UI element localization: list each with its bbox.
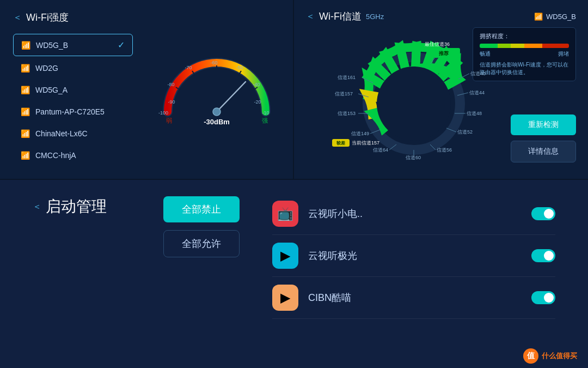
frequency-label: 5GHz xyxy=(366,13,384,21)
back-arrow-icon[interactable]: ＜ xyxy=(13,12,22,23)
svg-text:信道149: 信道149 xyxy=(351,131,369,136)
wifi-item-name: WD5G_A xyxy=(35,86,68,94)
app-toggle[interactable] xyxy=(531,291,555,304)
svg-text:推荐: 推荐 xyxy=(438,51,449,56)
wifi-list-item[interactable]: 📶 CMCC-hnjA xyxy=(13,146,133,165)
app-toggle[interactable] xyxy=(531,207,555,220)
svg-text:-30dBm: -30dBm xyxy=(204,118,230,126)
svg-text:信道48: 信道48 xyxy=(467,111,482,116)
svg-text:最佳信道36: 最佳信道36 xyxy=(425,41,450,47)
svg-text:弱: 弱 xyxy=(166,117,172,124)
startup-management-panel: ＜ 启动管理 全部禁止 全部允许 📺 云视听小电.. ▶ 云视听极光 ▶ CIB… xyxy=(0,180,588,368)
svg-text:-70: -70 xyxy=(185,65,192,70)
label-congested: 拥堵 xyxy=(558,50,569,58)
wifi-network-name: WD5G_B xyxy=(546,13,576,21)
app-list-item: ▶ 云视听极光 xyxy=(272,235,555,277)
svg-text:信道157: 信道157 xyxy=(335,91,353,96)
svg-text:-10: -10 xyxy=(262,110,269,116)
wifi-channel-panel: ＜ Wi-Fi信道 5GHz 📶 WD5G_B 拥挤程度： 畅通 拥堵 xyxy=(294,0,588,179)
watermark-text: 什么值得买 xyxy=(542,351,577,361)
panel-title-text: Wi-Fi强度 xyxy=(26,11,69,24)
svg-text:较差: 较差 xyxy=(336,141,346,146)
svg-text:当前信道157: 当前信道157 xyxy=(352,140,379,146)
wifi-signal-icon: 📶 xyxy=(21,107,30,116)
toggle-knob xyxy=(544,293,554,303)
signal-gauge: -60 -50 -40 -70 -80 -90 -20 -100 -10 -30… xyxy=(157,27,277,136)
channel-panel-header: ＜ Wi-Fi信道 5GHz 📶 WD5G_B xyxy=(306,10,576,23)
svg-text:强: 强 xyxy=(262,117,268,124)
svg-text:信道56: 信道56 xyxy=(437,147,452,153)
svg-text:-80: -80 xyxy=(167,82,174,87)
channel-back-arrow[interactable]: ＜ xyxy=(306,11,315,22)
wifi-item-name: WD5G_B xyxy=(36,41,68,50)
allow-all-button[interactable]: 全部允许 xyxy=(163,230,240,257)
svg-point-20 xyxy=(377,67,451,141)
wifi-item-name: ChinaNet-Lx6C xyxy=(35,129,88,138)
svg-text:信道40: 信道40 xyxy=(470,71,486,76)
wifi-strength-panel: ＜ Wi-Fi强度 📶 WD5G_B ✓ 📶 WD2G 📶 WD5G_A 📶 P… xyxy=(0,0,294,179)
wifi-name-badge: 📶 WD5G_B xyxy=(534,13,576,21)
toggle-knob xyxy=(544,251,554,261)
app-list-item: ▶ CIBN酷喵 xyxy=(272,277,555,319)
wifi-list-item[interactable]: 📶 Pantum-AP-C720E5 xyxy=(13,102,133,122)
wifi-strength-title: ＜ Wi-Fi强度 xyxy=(13,11,280,24)
svg-point-15 xyxy=(213,108,220,116)
recheck-button[interactable]: 重新检测 xyxy=(511,114,576,135)
svg-text:信道153: 信道153 xyxy=(338,111,356,116)
app-list-item: 📺 云视听小电.. xyxy=(272,193,555,235)
startup-controls: 全部禁止 全部允许 xyxy=(163,196,240,257)
startup-title: ＜ 启动管理 xyxy=(33,196,131,217)
toggle-knob xyxy=(544,209,554,219)
svg-text:信道161: 信道161 xyxy=(338,75,356,80)
wifi-item-name: CMCC-hnjA xyxy=(35,151,76,160)
app-icon: ▶ xyxy=(272,285,298,311)
wifi-item-name: WD2G xyxy=(35,64,58,73)
wifi-signal-icon: 📶 xyxy=(21,129,30,138)
wifi-list: 📶 WD5G_B ✓ 📶 WD2G 📶 WD5G_A 📶 Pantum-AP-C… xyxy=(13,34,133,165)
startup-title-text: 启动管理 xyxy=(46,196,107,217)
wifi-list-item[interactable]: 📶 ChinaNet-Lx6C xyxy=(13,124,133,143)
wifi-signal-icon: 📶 xyxy=(21,41,30,50)
wifi-selected-check: ✓ xyxy=(118,40,125,50)
svg-text:-100: -100 xyxy=(158,110,168,116)
startup-back-arrow[interactable]: ＜ xyxy=(33,201,41,213)
wifi-signal-icon: 📶 xyxy=(21,151,30,160)
svg-text:-90: -90 xyxy=(168,99,175,105)
wifi-list-item[interactable]: 📶 WD5G_A xyxy=(13,80,133,100)
details-button[interactable]: 详情信息 xyxy=(511,141,576,162)
wifi-item-name: Pantum-AP-C720E5 xyxy=(35,107,105,116)
app-icon: ▶ xyxy=(272,243,298,269)
svg-text:-50: -50 xyxy=(236,65,243,70)
svg-text:信道52: 信道52 xyxy=(457,129,473,135)
app-toggle[interactable] xyxy=(531,249,555,262)
wifi-signal-icon: 📶 xyxy=(534,13,543,21)
app-name: CIBN酷喵 xyxy=(308,291,522,304)
wifi-list-item[interactable]: 📶 WD2G xyxy=(13,58,133,78)
svg-text:信道44: 信道44 xyxy=(469,90,485,95)
app-name: 云视听小电.. xyxy=(308,207,522,220)
app-list: 📺 云视听小电.. ▶ 云视听极光 ▶ CIBN酷喵 xyxy=(272,193,555,319)
svg-line-14 xyxy=(217,82,246,112)
block-all-button[interactable]: 全部禁止 xyxy=(163,196,240,222)
svg-text:信道60: 信道60 xyxy=(406,155,421,160)
watermark-icon: 值 xyxy=(523,348,538,364)
channel-panel-title: Wi-Fi信道 xyxy=(319,10,362,23)
app-name: 云视听极光 xyxy=(308,249,522,262)
channel-diagram: 信道165 信道40 信道44 信道48 信道52 信道56 信道60 xyxy=(321,33,512,164)
svg-text:信道64: 信道64 xyxy=(373,147,388,153)
wifi-signal-icon: 📶 xyxy=(21,64,30,73)
app-icon: 📺 xyxy=(272,201,298,227)
channel-action-buttons: 重新检测 详情信息 xyxy=(511,114,576,162)
svg-text:-40: -40 xyxy=(253,82,260,87)
watermark: 值 什么值得买 xyxy=(523,348,577,364)
svg-text:-60: -60 xyxy=(210,60,217,65)
svg-text:-20: -20 xyxy=(254,99,261,105)
wifi-signal-icon: 📶 xyxy=(21,86,30,94)
wifi-list-item[interactable]: 📶 WD5G_B ✓ xyxy=(13,34,133,56)
